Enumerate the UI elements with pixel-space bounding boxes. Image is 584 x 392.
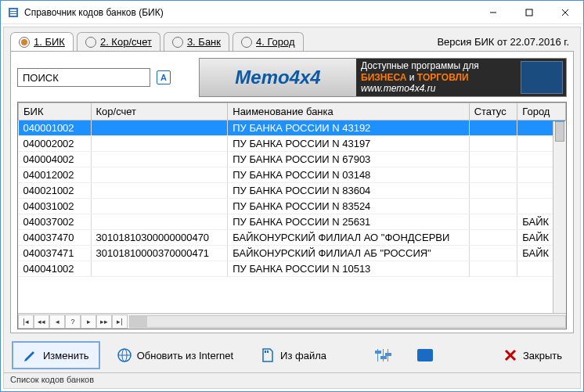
table-row[interactable]: 040004002ПУ БАНКА РОССИИ N 67903 xyxy=(19,152,566,167)
svg-rect-3 xyxy=(10,14,16,16)
nav-help[interactable]: ? xyxy=(65,315,81,329)
col-header-city[interactable]: Город xyxy=(517,103,566,120)
col-header-bik[interactable]: БИК xyxy=(19,103,92,120)
nav-next[interactable]: ▸ xyxy=(81,315,96,329)
cell-name: ПУ БАНКА РОССИИ N 25631 xyxy=(228,214,469,230)
cell-name: ПУ БАНКА РОССИИ N 83604 xyxy=(228,183,469,199)
titlebar: Справочник кодов банков (БИК) xyxy=(1,1,583,24)
tab-bik[interactable]: 1. БИК xyxy=(10,32,74,51)
cell-status xyxy=(469,136,517,152)
button-label: Изменить xyxy=(43,350,89,361)
table-row[interactable]: 04003747030101810300000000470БАЙКОНУРСКИ… xyxy=(19,230,566,246)
tab-label: 2. Кор/счет xyxy=(100,36,152,48)
nav-prev-page[interactable]: ◂◂ xyxy=(34,315,49,329)
tab-label: 1. БИК xyxy=(34,36,65,48)
toolbar: Изменить Обновить из Internet Из файла З… xyxy=(4,338,580,372)
table-row[interactable]: 040037002ПУ БАНКА РОССИИ N 25631БАЙК xyxy=(19,214,566,230)
close-icon xyxy=(503,347,518,363)
button-label: Закрыть xyxy=(523,350,562,361)
nav-prev[interactable]: ◂ xyxy=(49,315,65,329)
svg-rect-11 xyxy=(265,351,266,353)
cell-kor xyxy=(91,136,228,152)
cell-status xyxy=(469,167,517,183)
svg-rect-12 xyxy=(267,351,269,353)
col-header-status[interactable]: Статус xyxy=(469,103,517,120)
chip-button[interactable] xyxy=(407,342,443,369)
cell-kor xyxy=(91,261,228,277)
cell-status xyxy=(469,120,517,136)
button-label: Из файла xyxy=(280,350,326,361)
search-input[interactable] xyxy=(17,68,150,87)
data-grid[interactable]: БИК Кор/счет Наименование банка Статус Г… xyxy=(18,102,566,313)
tabs: 1. БИК 2. Кор/счет 3. Банк 4. Город xyxy=(10,32,437,51)
banner-text: Доступные программы для БИЗНЕСА и ТОРГОВ… xyxy=(356,59,521,95)
svg-rect-5 xyxy=(526,9,532,16)
cell-kor xyxy=(91,120,228,136)
cell-status xyxy=(469,152,517,167)
table-row[interactable]: 040021002ПУ БАНКА РОССИИ N 83604 xyxy=(19,183,566,199)
table-row[interactable]: 040012002ПУ БАНКА РОССИИ N 03148 xyxy=(19,167,566,183)
from-file-button[interactable]: Из файла xyxy=(250,342,337,369)
pencil-icon xyxy=(23,347,38,363)
nav-next-page[interactable]: ▸▸ xyxy=(96,315,112,329)
cell-bik: 040041002 xyxy=(19,261,92,277)
table-row[interactable]: 040031002ПУ БАНКА РОССИИ N 83524 xyxy=(19,199,566,214)
col-header-kor[interactable]: Кор/счет xyxy=(91,103,228,120)
tab-gorod[interactable]: 4. Город xyxy=(233,32,304,51)
cell-status xyxy=(469,183,517,199)
svg-rect-1 xyxy=(10,9,16,11)
table-row[interactable]: 04003747130101810000370000471БАЙКОНУРСКИ… xyxy=(19,246,566,261)
banner[interactable]: Memo4x4 Доступные программы для БИЗНЕСА … xyxy=(199,58,567,97)
col-header-name[interactable]: Наименование банка xyxy=(228,103,469,120)
close-button[interactable]: Закрыть xyxy=(492,342,572,369)
maximize-button[interactable] xyxy=(511,1,547,23)
cell-bik: 040021002 xyxy=(19,183,92,199)
close-window-button[interactable] xyxy=(547,1,583,23)
tab-korschet[interactable]: 2. Кор/счет xyxy=(77,32,160,51)
cell-name: ПУ БАНКА РОССИИ N 67903 xyxy=(228,152,469,167)
cell-kor: 30101810000370000471 xyxy=(91,246,228,261)
sliders-icon xyxy=(375,347,391,363)
cell-kor xyxy=(91,183,228,199)
cell-bik: 040004002 xyxy=(19,152,92,167)
cell-kor xyxy=(91,214,228,230)
minimize-button[interactable] xyxy=(475,1,511,23)
record-navigator: |◂ ◂◂ ◂ ? ▸ ▸▸ ▸| xyxy=(18,313,566,329)
lang-toggle-button[interactable]: А xyxy=(157,70,171,85)
cell-bik: 040037470 xyxy=(19,230,92,246)
cell-bik: 040001002 xyxy=(19,120,92,136)
window-title: Справочник кодов банков (БИК) xyxy=(24,7,475,18)
table-row[interactable]: 040001002ПУ БАНКА РОССИИ N 43192 xyxy=(19,120,566,136)
chip-icon xyxy=(417,347,433,363)
cell-status xyxy=(469,230,517,246)
nav-last[interactable]: ▸| xyxy=(112,315,128,329)
cell-kor: 30101810300000000470 xyxy=(91,230,228,246)
nav-first[interactable]: |◂ xyxy=(18,315,34,329)
sliders-button[interactable] xyxy=(365,342,401,369)
radio-icon xyxy=(241,37,252,48)
cell-bik: 040031002 xyxy=(19,199,92,214)
cell-status xyxy=(469,214,517,230)
radio-icon xyxy=(19,37,30,48)
cell-status xyxy=(469,261,517,277)
update-internet-button[interactable]: Обновить из Internet xyxy=(106,342,243,369)
button-label: Обновить из Internet xyxy=(137,350,233,361)
table-row[interactable]: 040041002ПУ БАНКА РОССИИ N 10513 xyxy=(19,261,566,277)
edit-button[interactable]: Изменить xyxy=(12,341,100,369)
cell-name: БАЙКОНУРСКИЙ ФИЛИАЛ АБ "РОССИЯ" xyxy=(228,246,469,261)
svg-rect-2 xyxy=(10,12,16,13)
table-row[interactable]: 040002002ПУ БАНКА РОССИИ N 43197 xyxy=(19,136,566,152)
vertical-scrollbar[interactable] xyxy=(553,121,566,313)
banner-logo: Memo4x4 xyxy=(200,59,356,96)
cell-bik: 040012002 xyxy=(19,167,92,183)
radio-icon xyxy=(85,37,96,48)
tab-bank[interactable]: 3. Банк xyxy=(164,32,229,51)
horizontal-scrollbar[interactable] xyxy=(129,315,566,328)
cell-kor xyxy=(91,199,228,214)
cell-status xyxy=(469,246,517,261)
cell-name: ПУ БАНКА РОССИИ N 03148 xyxy=(228,167,469,183)
cell-name: БАЙКОНУРСКИЙ ФИЛИАЛ АО "ФОНДСЕРВИ xyxy=(228,230,469,246)
banner-image xyxy=(521,61,563,94)
app-icon xyxy=(7,6,20,19)
version-label: Версия БИК от 22.07.2016 г. xyxy=(437,36,574,48)
